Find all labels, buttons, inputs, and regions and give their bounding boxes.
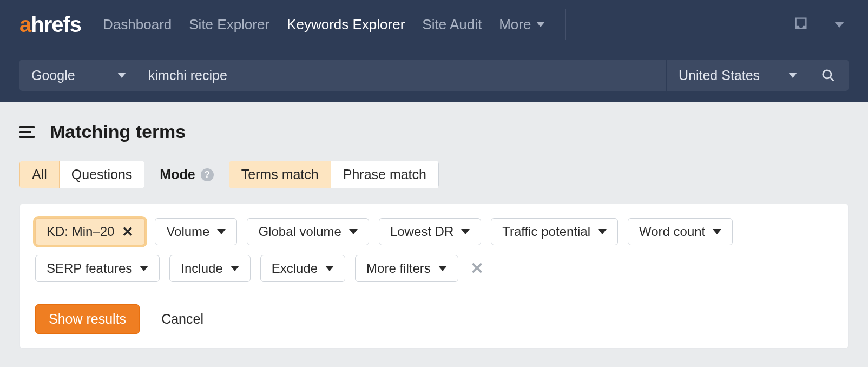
tab-all[interactable]: All — [19, 161, 60, 188]
chevron-down-icon — [461, 229, 470, 234]
filter-include[interactable]: Include — [169, 255, 250, 282]
content: Matching terms All Questions Mode ? Term… — [0, 102, 868, 349]
filter-kd[interactable]: KD: Min–20 ✕ — [35, 218, 145, 245]
chevron-down-icon — [349, 229, 358, 234]
keyword-input[interactable] — [148, 68, 654, 83]
tab-phrase-match[interactable]: Phrase match — [331, 161, 439, 188]
nav-divider — [565, 9, 566, 40]
actions-row: Show results Cancel — [20, 292, 848, 348]
filter-word-count[interactable]: Word count — [628, 218, 733, 245]
search-engine-select[interactable]: Google — [19, 60, 136, 91]
tabs-row: All Questions Mode ? Terms match Phrase … — [19, 161, 849, 188]
chevron-down-icon — [598, 229, 607, 234]
cancel-button[interactable]: Cancel — [161, 311, 203, 327]
filter-word-count-label: Word count — [639, 224, 705, 239]
country-label: United States — [679, 68, 760, 83]
filter-exclude-label: Exclude — [272, 261, 318, 276]
nav-right — [793, 16, 849, 33]
show-results-button[interactable]: Show results — [35, 304, 140, 334]
page-title: Matching terms — [50, 121, 186, 142]
mode-label-text: Mode — [160, 167, 195, 182]
help-icon[interactable]: ? — [201, 168, 214, 181]
nav-more-label: More — [499, 16, 531, 33]
clear-filters-icon[interactable]: ✕ — [468, 260, 486, 277]
filters-panel: KD: Min–20 ✕ Volume Global volume Lowest… — [19, 204, 849, 349]
nav-links: Dashboard Site Explorer Keywords Explore… — [103, 9, 566, 40]
sidebar-toggle-icon[interactable] — [19, 126, 35, 138]
chevron-down-icon — [713, 229, 721, 234]
svg-line-1 — [830, 77, 833, 80]
close-icon[interactable]: ✕ — [122, 225, 134, 239]
nav-keywords-explorer[interactable]: Keywords Explorer — [287, 16, 405, 33]
filter-lowest-dr-label: Lowest DR — [390, 224, 453, 239]
filter-global-volume-label: Global volume — [258, 224, 341, 239]
tab-questions[interactable]: Questions — [60, 161, 145, 188]
filter-volume-label: Volume — [166, 224, 209, 239]
mode-segment: Terms match Phrase match — [229, 161, 439, 188]
chevron-down-icon — [231, 266, 239, 271]
chevron-down-icon — [325, 266, 334, 271]
filter-more-label: More filters — [366, 261, 431, 276]
nav-dashboard[interactable]: Dashboard — [103, 16, 172, 33]
search-button[interactable] — [807, 60, 849, 91]
chevron-down-icon — [117, 73, 126, 78]
logo[interactable]: ahrefs — [19, 12, 81, 37]
mode-label: Mode ? — [160, 167, 213, 182]
chevron-down-icon — [438, 266, 447, 271]
chevron-down-icon — [536, 22, 545, 27]
filter-volume[interactable]: Volume — [155, 218, 237, 245]
chevron-down-icon — [140, 266, 148, 271]
nav-site-audit[interactable]: Site Audit — [422, 16, 482, 33]
country-select[interactable]: United States — [667, 60, 807, 91]
filter-include-label: Include — [181, 261, 222, 276]
filter-global-volume[interactable]: Global volume — [247, 218, 369, 245]
account-menu-caret-icon[interactable] — [834, 22, 844, 28]
filter-traffic-potential-label: Traffic potential — [502, 224, 590, 239]
top-nav: ahrefs Dashboard Site Explorer Keywords … — [0, 0, 868, 49]
inbox-icon[interactable] — [793, 16, 808, 33]
nav-more[interactable]: More — [499, 16, 545, 33]
tab-terms-match[interactable]: Terms match — [229, 161, 331, 188]
logo-accent: a — [19, 12, 31, 37]
filter-chips: KD: Min–20 ✕ Volume Global volume Lowest… — [35, 218, 833, 282]
nav-site-explorer[interactable]: Site Explorer — [189, 16, 269, 33]
page-title-row: Matching terms — [19, 121, 849, 142]
chevron-down-icon — [217, 229, 226, 234]
filter-serp-features-label: SERP features — [47, 261, 132, 276]
chevron-down-icon — [788, 73, 797, 78]
search-bar: Google United States — [0, 49, 868, 102]
filter-exclude[interactable]: Exclude — [260, 255, 345, 282]
filter-kd-label: KD: Min–20 — [47, 224, 114, 239]
type-segment: All Questions — [19, 161, 144, 188]
search-engine-label: Google — [31, 68, 75, 83]
logo-rest: hrefs — [31, 12, 81, 37]
filter-serp-features[interactable]: SERP features — [35, 255, 160, 282]
filter-lowest-dr[interactable]: Lowest DR — [379, 218, 481, 245]
keyword-input-wrap — [136, 60, 667, 91]
filter-more[interactable]: More filters — [355, 255, 458, 282]
search-icon — [821, 68, 835, 82]
filter-traffic-potential[interactable]: Traffic potential — [491, 218, 618, 245]
